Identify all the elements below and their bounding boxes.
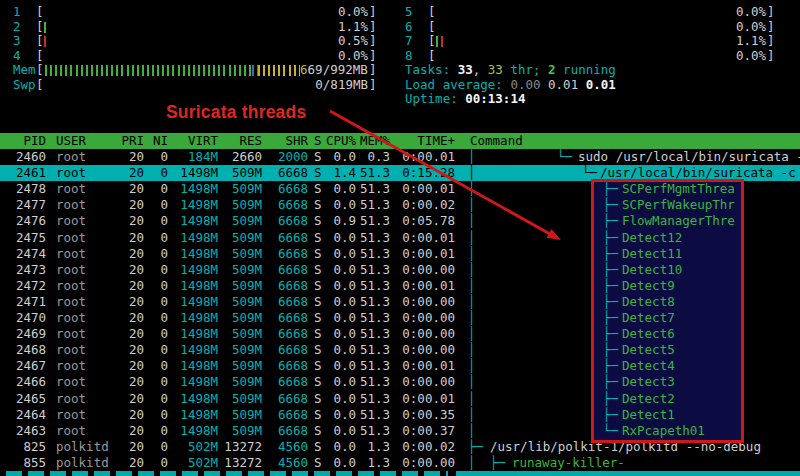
cell-pid: 2475 [0, 230, 46, 246]
annotation-box [591, 179, 744, 443]
load-average-line-part: 0.00 [510, 78, 548, 93]
tasks-line-part: thr; [503, 63, 548, 78]
cpu-meter-5: 5[]0.0% [0, 5, 800, 20]
cell-shr: 4560 [236, 455, 308, 471]
cell-shr: 6668 [236, 342, 308, 358]
tree-branch: ├─ [490, 455, 505, 471]
mem-bar-yellow [258, 65, 300, 76]
process-row-855[interactable]: 855polkitd200502M132724560S0.01.30:00.00… [0, 455, 800, 471]
cell-shr: 6668 [236, 246, 308, 262]
column-header-time[interactable]: TIME+ [380, 133, 455, 149]
meter-bracket-open: [ [36, 78, 44, 93]
cpu-meter-value: 0.0% [706, 49, 766, 64]
cell-time: 0:00.02 [380, 439, 455, 455]
cell-time: 0:00.01 [380, 230, 455, 246]
cell-time: 0:00.00 [380, 294, 455, 310]
cell-pid: 2464 [0, 407, 46, 423]
cell-time: 0:00.00 [380, 310, 455, 326]
meter-bracket-close: ] [767, 20, 775, 35]
cell-time: 0:00.37 [380, 423, 455, 439]
load-average-line-part: 0.01 [548, 78, 586, 93]
cell-pid: 2473 [0, 262, 46, 278]
cell-pid: 2463 [0, 423, 46, 439]
cell-shr: 6668 [236, 326, 308, 342]
cell-shr: 4560 [236, 439, 308, 455]
cell-pid: 2478 [0, 181, 46, 197]
meter-label: 6 [405, 20, 413, 35]
tree-branch: │ [468, 230, 476, 246]
tree-branch: └─ [557, 149, 572, 165]
tree-branch: │ [468, 197, 476, 213]
cell-pid: 2467 [0, 358, 46, 374]
tree-branch: │ [468, 407, 476, 423]
uptime-line-part: 00:13:14 [465, 92, 525, 107]
cell-pid: 2474 [0, 246, 46, 262]
meter-bracket-open: [ [428, 34, 436, 49]
cell-shr: 6668 [236, 407, 308, 423]
cell-time: 0:05.78 [380, 213, 455, 229]
cell-shr: 6668 [236, 374, 308, 390]
cell-shr: 6668 [236, 262, 308, 278]
swp-meter-value: 0/819MB [288, 78, 368, 93]
cell-shr: 6668 [236, 294, 308, 310]
tree-branch: │ [468, 262, 476, 278]
meter-bracket-close: ] [767, 34, 775, 49]
function-key-bar-fill[interactable] [456, 471, 800, 476]
cell-pid: 2469 [0, 326, 46, 342]
cell-pid: 855 [0, 455, 46, 471]
cell-time: 0:00.00 [380, 262, 455, 278]
cpu-usage-bar [441, 36, 444, 47]
meter-bracket-open: [ [428, 20, 436, 35]
mem-meter-value: 69/992MB [308, 63, 368, 78]
cell-time: 0:00.01 [380, 358, 455, 374]
cpu-usage-bar [436, 36, 439, 47]
cell-pid: 2477 [0, 197, 46, 213]
cpu-meter-value: 0.0% [706, 20, 766, 35]
cell-pid: 2465 [0, 391, 46, 407]
meter-label: Mem [13, 63, 36, 78]
meter-bracket-open: [ [428, 5, 436, 20]
tree-branch: │ [468, 278, 476, 294]
cell-pid: 2468 [0, 342, 46, 358]
meter-bracket-open: [ [36, 63, 44, 78]
cell-shr: 6668 [236, 230, 308, 246]
cell-time: 0:00.00 [380, 342, 455, 358]
cell-time: 0:00.00 [380, 326, 455, 342]
cpu-meter-8: 8[]0.0% [0, 49, 800, 64]
tree-branch: │ [468, 246, 476, 262]
cpu-meter-6: 6[]0.0% [0, 20, 800, 35]
cell-pid: 2461 [0, 165, 46, 181]
tree-branch: ├─ [468, 439, 483, 455]
mem-meter-value: 6 [300, 63, 308, 78]
cell-time: 0:00.00 [380, 374, 455, 390]
column-header-shr[interactable]: SHR [236, 133, 308, 149]
tree-branch: │ [468, 149, 476, 165]
annotation-label: Suricata threads [166, 104, 306, 120]
meter-bracket-close: ] [369, 78, 377, 93]
meter-label: 8 [405, 49, 413, 64]
tree-branch: │ [468, 423, 476, 439]
tree-branch: │ [468, 455, 476, 471]
uptime-line-part: Uptime: [405, 92, 465, 107]
tree-branch: │ [468, 358, 476, 374]
cell-pid: 2470 [0, 310, 46, 326]
process-row-2460[interactable]: 2460root200184M26602000S0.00.30:00.01│└─… [0, 149, 800, 165]
table-header-row: PIDUSERPRINIVIRTRESSHRSCPU%MEM%TIME+Comm… [0, 133, 800, 149]
cpu-meter-7: 7[]1.1% [0, 34, 800, 49]
column-header-command[interactable]: Command [470, 133, 523, 149]
command-text: runaway-killer- [512, 455, 625, 471]
cell-time: 0:00.00 [380, 455, 455, 471]
function-key-bar[interactable] [0, 471, 448, 476]
cell-shr: 6668 [236, 165, 308, 181]
cell-time: 0:00.01 [380, 278, 455, 294]
cell-time: 0:00.01 [380, 246, 455, 262]
cell-time: 0:00.35 [380, 407, 455, 423]
column-header-pid[interactable]: PID [0, 133, 46, 149]
meter-bracket-close: ] [767, 5, 775, 20]
cell-shr: 6668 [236, 213, 308, 229]
tasks-line-part: Tasks: [405, 63, 458, 78]
tree-branch: │ [468, 165, 476, 181]
meter-bracket-open: [ [428, 49, 436, 64]
load-average-line-part: 0.01 [586, 78, 616, 93]
command-text: sudo /usr/local/bin/suricata - [578, 149, 800, 165]
